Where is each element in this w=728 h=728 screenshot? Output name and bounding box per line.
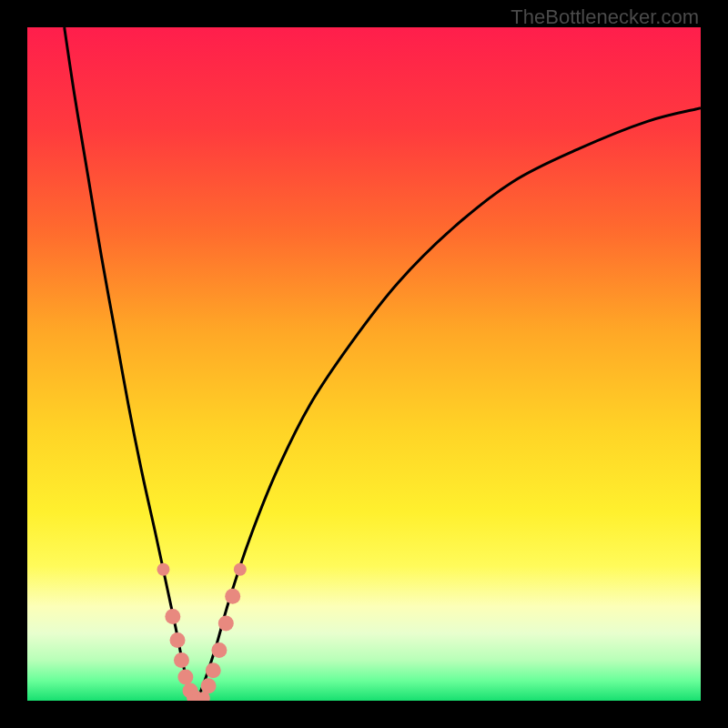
marker-right-markers	[234, 563, 247, 576]
chart-svg	[27, 27, 701, 701]
marker-right-markers	[201, 678, 217, 693]
marker-left-markers	[165, 609, 180, 624]
watermark-text: TheBottlenecker.com	[511, 5, 699, 29]
chart-container: TheBottlenecker.com	[0, 0, 728, 728]
gradient-rect	[27, 27, 701, 701]
marker-right-markers	[218, 615, 234, 631]
marker-left-markers	[157, 563, 169, 576]
marker-left-markers	[177, 670, 193, 685]
marker-left-markers	[174, 652, 189, 668]
marker-right-markers	[211, 642, 227, 658]
marker-left-markers	[170, 632, 186, 648]
marker-right-markers	[206, 662, 221, 678]
marker-right-markers	[225, 589, 240, 604]
plot-area	[27, 27, 701, 701]
